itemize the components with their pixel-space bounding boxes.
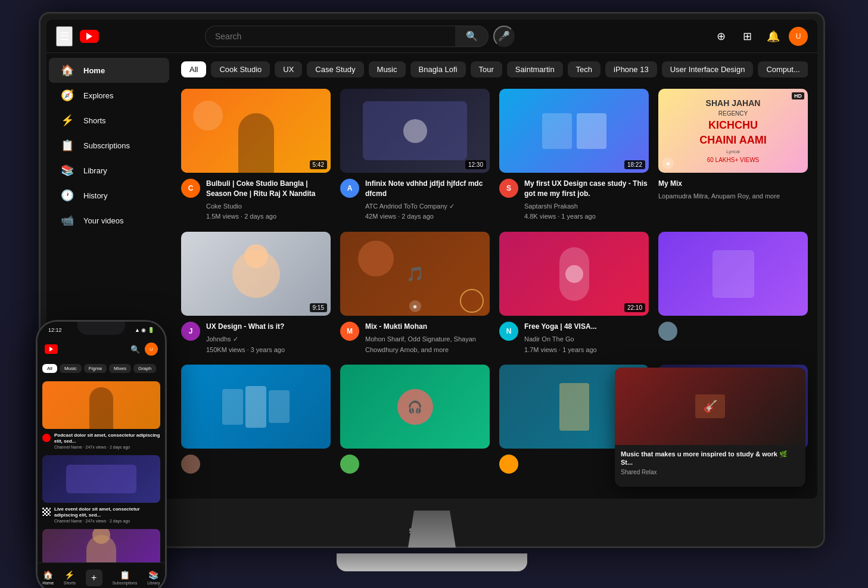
sidebar-item-shorts[interactable]: ⚡ Shorts — [49, 108, 169, 133]
video-info-4: My Mix Lopamudra Mitra, Anupam Roy, and … — [658, 179, 808, 201]
phone-avatar[interactable]: U — [145, 343, 158, 356]
video-card-5[interactable]: 9:15 J UX Design - What is it? Johndhs ✓… — [181, 232, 331, 355]
sidebar-item-home[interactable]: 🏠 Home — [49, 58, 169, 83]
phone-video-item-1[interactable]: Podcast dolor sit amet, consectetur adip… — [42, 381, 160, 449]
phone-add-button[interactable]: + — [86, 570, 102, 586]
video-card-10[interactable]: 🎧 — [340, 365, 490, 474]
filter-chip-cook-studio[interactable]: Cook Studio — [211, 61, 270, 77]
video-card-1[interactable]: 5:42 C Bulbuli | Coke Studio Bangla | Se… — [181, 89, 331, 222]
filter-chip-saintmartin[interactable]: Saintmartin — [507, 61, 563, 77]
hamburger-button[interactable]: ☰ — [56, 26, 73, 46]
phone-chip-music[interactable]: Music — [60, 364, 82, 373]
video-card-6[interactable]: 🎵 ◉ M Mix - Mukti Mohan Mohon Sharif, Od… — [340, 232, 490, 355]
phone-checkered-icon-2 — [42, 508, 51, 516]
video-card-3[interactable]: 18:22 S My first UX Design case study - … — [499, 89, 649, 222]
phone-yt-logo — [45, 344, 58, 354]
phone-chip-figma[interactable]: Figma — [84, 364, 107, 373]
filter-chip-all[interactable]: All — [181, 61, 206, 77]
video-title-2: Infinix Note vdhhd jdfjd hjfdcf mdc dfcm… — [365, 179, 490, 199]
search-button[interactable]: 🔍 — [455, 26, 489, 47]
youtube-header: ☰ 🔍 🎤 ⊕ — [46, 20, 817, 53]
filter-chip-bnagla-lofi[interactable]: Bnagla Lofi — [410, 61, 466, 77]
filter-chip-case-study[interactable]: Case Study — [307, 61, 363, 77]
phone-bottom-nav: 🏠 Home ⚡ Shorts + 📋 Subscriptions 📚 Libr… — [38, 562, 165, 588]
filter-chip-tour[interactable]: Tour — [471, 61, 502, 77]
filter-chip-computer[interactable]: Comput... — [758, 61, 808, 77]
phone-red-dot-1 — [42, 434, 51, 442]
sidebar-item-explores[interactable]: 🧭 Explores — [49, 83, 169, 108]
phone-video-title-1: Podcast dolor sit amet, consectetur adip… — [54, 433, 160, 445]
phone-mockup: 12:12 ▲ ◉ 🔋 🔍 U All Music Figma Mixes Gr… — [36, 320, 167, 588]
channel-avatar-7: N — [499, 322, 518, 341]
phone-chip-mixes[interactable]: Mixes — [109, 364, 131, 373]
compass-icon: 🧭 — [61, 89, 74, 102]
create-button[interactable]: ⊕ — [710, 26, 732, 47]
video-thumbnail-3: 18:22 — [499, 89, 649, 173]
mic-button[interactable]: 🎤 — [493, 26, 515, 47]
tv-stand — [402, 511, 462, 547]
video-duration-1: 5:42 — [310, 160, 327, 169]
filter-chip-ux[interactable]: UX — [275, 61, 302, 77]
video-card-2[interactable]: 12:30 A Infinix Note vdhhd jdfjd hjfdcf … — [340, 89, 490, 222]
your-videos-icon: 📹 — [61, 214, 74, 227]
video-meta-3: Saptarshi Prakash4.8K views · 1 years ag… — [524, 201, 649, 222]
video-details-3: My first UX Design case study - This got… — [524, 179, 649, 222]
sidebar-item-your-videos[interactable]: 📹 Your videos — [49, 208, 169, 233]
search-input[interactable] — [205, 26, 455, 47]
video-meta-1: Coke Studio1.5M views · 2 days ago — [206, 201, 331, 222]
video-title-1: Bulbuli | Coke Studio Bangla | Season On… — [206, 179, 331, 199]
tv-base — [337, 553, 527, 571]
sidebar-item-library[interactable]: 📚 Library — [49, 158, 169, 183]
video-info-6: M Mix - Mukti Mohan Mohon Sharif, Odd Si… — [340, 322, 490, 355]
filter-chip-tech[interactable]: Tech — [568, 61, 601, 77]
sidebar-item-subscriptions-label: Subscriptions — [83, 141, 130, 150]
phone-subscriptions-icon: 📋 — [120, 570, 130, 580]
avatar[interactable]: U — [789, 27, 808, 46]
filter-chip-ui-design[interactable]: User Interface Design — [662, 61, 754, 77]
channel-avatar-10 — [340, 455, 359, 474]
youtube-logo — [80, 30, 99, 43]
phone-video-meta-1: Channel Name · 247x views · 2 days ago — [54, 445, 160, 449]
channel-avatar-9 — [181, 455, 200, 474]
video-thumbnail-7: 22:10 — [499, 232, 649, 316]
phone-filter-bar: All Music Figma Mixes Graph — [38, 360, 165, 377]
phone-nav-library[interactable]: 📚 Library — [147, 570, 160, 585]
phone-nav-shorts[interactable]: ⚡ Shorts — [64, 570, 76, 585]
channel-avatar-2: A — [340, 179, 359, 198]
phone-nav-add[interactable]: + — [86, 570, 102, 586]
phone-nav-subscriptions-label: Subscriptions — [112, 581, 137, 585]
video-meta-6: Mohon Sharif, Odd Signature, Shayan Chow… — [365, 334, 490, 355]
phone-nav-home[interactable]: 🏠 Home — [42, 570, 54, 585]
phone-video-meta-2: Channel Name · 247x views · 2 days ago — [54, 519, 160, 523]
notifications-button[interactable]: 🔔 — [763, 26, 784, 47]
phone-chip-graph[interactable]: Graph — [133, 364, 156, 373]
phone-nav-subscriptions[interactable]: 📋 Subscriptions — [112, 570, 137, 585]
video-title-5: UX Design - What is it? — [206, 322, 331, 332]
filter-chip-music[interactable]: Music — [369, 61, 406, 77]
video-card-7[interactable]: 22:10 N Free Yoga | 48 VISA... Nadir On … — [499, 232, 649, 355]
video-thumbnail-5: 9:15 — [181, 232, 331, 316]
sidebar-item-subscriptions[interactable]: 📋 Subscriptions — [49, 133, 169, 158]
video-info-10 — [340, 455, 490, 474]
video-title-6: Mix - Mukti Mohan — [365, 322, 490, 332]
video-card-4[interactable]: SHAH JAHAN REGENCY KICHCHU CHAINI AAMI L… — [658, 89, 808, 222]
video-title-3: My first UX Design case study - This got… — [524, 179, 649, 199]
channel-avatar-5: J — [181, 322, 200, 341]
filter-chip-iphone13[interactable]: iPhone 13 — [605, 61, 657, 77]
phone-video-item-2[interactable]: Live event dolor sit amet, consectetur a… — [42, 455, 160, 523]
apps-button[interactable]: ⊞ — [736, 26, 758, 47]
sidebar-item-history[interactable]: 🕐 History — [49, 183, 169, 208]
phone-time: 12:12 — [48, 327, 62, 333]
video-info-3: S My first UX Design case study - This g… — [499, 179, 649, 222]
video-card-8[interactable] — [658, 232, 808, 355]
video-details-4: My Mix Lopamudra Mitra, Anupam Roy, and … — [658, 179, 808, 201]
phone-notch — [77, 322, 125, 335]
video-details-5: UX Design - What is it? Johndhs ✓150KM v… — [206, 322, 331, 355]
video-card-9[interactable] — [181, 365, 331, 474]
video-title-4: My Mix — [658, 179, 808, 189]
history-icon: 🕐 — [61, 189, 74, 202]
phone-chip-all[interactable]: All — [42, 364, 57, 373]
phone-search-icon[interactable]: 🔍 — [130, 345, 140, 354]
sidebar-item-shorts-label: Shorts — [83, 116, 106, 125]
mini-player[interactable]: 🎸 Music that makes u more inspired to st… — [615, 368, 805, 487]
